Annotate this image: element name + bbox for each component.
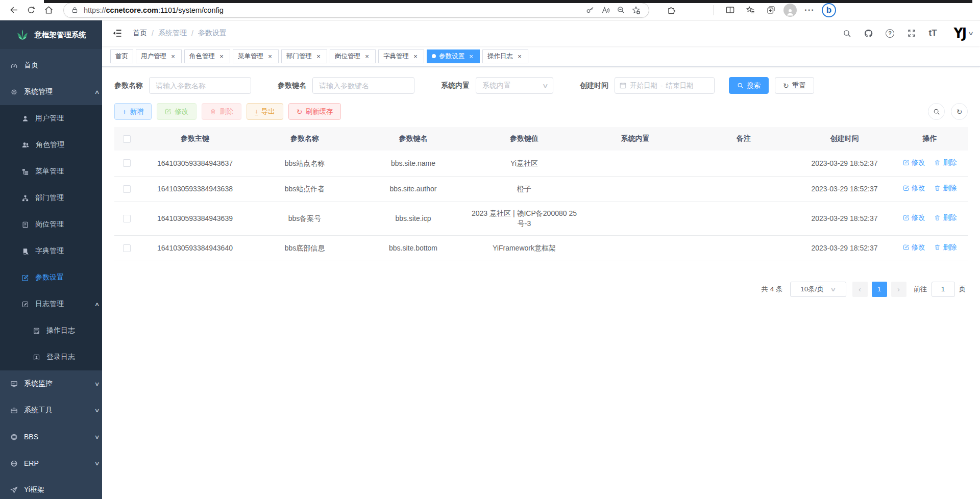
prev-page-button[interactable]: ‹ xyxy=(852,282,868,297)
add-button[interactable]: + 新增 xyxy=(114,103,152,120)
refresh-cache-button[interactable]: ↻ 刷新缓存 xyxy=(288,103,341,120)
url-text: https://ccnetcore.com:1101/system/config xyxy=(84,6,582,14)
filter-name-input[interactable] xyxy=(149,77,251,94)
browser-profile-avatar[interactable] xyxy=(782,3,798,18)
browser-refresh-button[interactable] xyxy=(22,2,40,19)
filter-key-input[interactable] xyxy=(312,77,414,94)
sidebar-item-system-monitor[interactable]: 系统监控 ∨ xyxy=(0,370,102,397)
row-checkbox[interactable] xyxy=(123,215,131,222)
sidebar-fold-icon[interactable] xyxy=(109,25,126,41)
split-screen-icon[interactable] xyxy=(721,2,739,19)
edit-button[interactable]: 修改 xyxy=(157,103,197,120)
row-delete-link[interactable]: 删除 xyxy=(934,242,957,253)
row-edit-link[interactable]: 修改 xyxy=(903,183,925,193)
sidebar-item-yi-framework[interactable]: Yi框架 xyxy=(0,477,102,499)
browser-back-button[interactable] xyxy=(5,2,22,19)
tab-close-icon[interactable]: × xyxy=(516,53,523,60)
chevron-down-icon: ∨ xyxy=(542,82,549,89)
sidebar-item-login-log[interactable]: 登录日志 xyxy=(0,344,102,370)
row-checkbox[interactable] xyxy=(123,185,131,193)
page-size-select[interactable]: 10条/页 ∨ xyxy=(790,282,846,297)
tab-config-settings[interactable]: 参数设置× xyxy=(427,49,480,63)
row-edit-link[interactable]: 修改 xyxy=(903,242,925,253)
page-number-1[interactable]: 1 xyxy=(872,282,887,297)
sidebar-item-erp[interactable]: ERP ∨ xyxy=(0,450,102,477)
sidebar-item-home[interactable]: 首页 xyxy=(0,52,102,79)
add-favorite-star-icon[interactable] xyxy=(628,3,644,17)
refresh-table-icon[interactable]: ↻ xyxy=(951,103,968,120)
sidebar-item-dept-management[interactable]: 部门管理 xyxy=(0,185,102,211)
breadcrumb-home[interactable]: 首页 xyxy=(133,29,147,38)
browser-home-button[interactable] xyxy=(40,2,57,19)
sidebar-item-role-management[interactable]: 角色管理 xyxy=(0,132,102,158)
filter-date-range[interactable]: 开始日期 - 结束日期 xyxy=(615,77,715,94)
row-delete-link[interactable]: 删除 xyxy=(934,158,957,168)
tab-user-management[interactable]: 用户管理× xyxy=(136,49,182,63)
read-aloud-icon[interactable] xyxy=(598,3,613,17)
tab-post-management[interactable]: 岗位管理× xyxy=(330,49,376,63)
header-search-icon[interactable] xyxy=(839,23,856,43)
delete-button[interactable]: 删除 xyxy=(202,103,241,120)
address-bar[interactable]: https://ccnetcore.com:1101/system/config xyxy=(63,3,649,18)
tab-close-icon[interactable]: × xyxy=(468,53,475,60)
tab-close-icon[interactable]: × xyxy=(412,53,419,60)
tab-close-icon[interactable]: × xyxy=(363,53,371,60)
col-config-id: 参数主键 xyxy=(139,127,251,151)
help-question-icon[interactable]: ? xyxy=(881,23,899,43)
refresh-icon: ↻ xyxy=(783,82,789,89)
toggle-search-icon[interactable] xyxy=(928,103,945,120)
search-button[interactable]: 搜索 xyxy=(729,77,769,94)
tab-close-icon[interactable]: × xyxy=(315,53,322,60)
row-checkbox[interactable] xyxy=(123,159,131,167)
sidebar-item-user-management[interactable]: 用户管理 xyxy=(0,105,102,132)
globe-icon xyxy=(10,433,18,441)
sidebar-menu: 首页 系统管理 ∧ 用户管理 角色管理 xyxy=(0,49,102,499)
row-edit-link[interactable]: 修改 xyxy=(903,213,925,223)
password-key-icon[interactable] xyxy=(582,3,598,17)
tab-close-icon[interactable]: × xyxy=(266,53,274,60)
browser-menu-dots-icon[interactable]: ··· xyxy=(801,2,818,19)
tab-role-management[interactable]: 角色管理× xyxy=(184,49,230,63)
export-button[interactable]: ↓ 导出 xyxy=(247,103,283,120)
row-checkbox[interactable] xyxy=(123,244,131,252)
date-start-placeholder[interactable]: 开始日期 xyxy=(630,81,657,90)
sidebar-item-post-management[interactable]: 岗位管理 xyxy=(0,211,102,238)
row-edit-link[interactable]: 修改 xyxy=(903,158,925,168)
goto-page-input[interactable] xyxy=(932,282,955,297)
favorites-icon[interactable] xyxy=(742,2,759,19)
sidebar-item-dict-management[interactable]: 字典管理 xyxy=(0,238,102,264)
trash-icon xyxy=(934,185,941,191)
fullscreen-icon[interactable] xyxy=(903,23,920,43)
collections-icon[interactable] xyxy=(762,2,779,19)
tab-dict-management[interactable]: 字典管理× xyxy=(378,49,424,63)
sidebar-item-menu-management[interactable]: 菜单管理 xyxy=(0,158,102,185)
sidebar-item-bbs[interactable]: BBS ∨ xyxy=(0,423,102,450)
reset-button[interactable]: ↻ 重置 xyxy=(775,77,814,94)
filter-builtin-select[interactable]: 系统内置 ∨ xyxy=(476,77,553,94)
tab-home[interactable]: 首页 xyxy=(110,49,133,63)
sidebar-item-system-tools[interactable]: 系统工具 ∨ xyxy=(0,397,102,423)
github-icon[interactable] xyxy=(860,23,877,43)
chevron-down-icon: ∨ xyxy=(94,407,100,414)
tab-dept-management[interactable]: 部门管理× xyxy=(281,49,327,63)
next-page-button[interactable]: › xyxy=(891,282,906,297)
date-end-placeholder[interactable]: 结束日期 xyxy=(666,81,694,90)
tab-operation-log[interactable]: 操作日志× xyxy=(482,49,528,63)
sidebar-item-system-management[interactable]: 系统管理 ∧ xyxy=(0,79,102,105)
user-avatar-menu[interactable]: YJ ∨ xyxy=(954,26,973,41)
app-title: 意框架管理系统 xyxy=(34,30,86,40)
tab-close-icon[interactable]: × xyxy=(169,53,177,60)
select-all-checkbox[interactable] xyxy=(123,135,131,143)
text-size-icon[interactable]: tT xyxy=(924,23,942,43)
row-delete-link[interactable]: 删除 xyxy=(934,213,957,223)
row-delete-link[interactable]: 删除 xyxy=(934,183,957,193)
sidebar-item-operation-log[interactable]: 操作日志 xyxy=(0,317,102,344)
extensions-puzzle-icon[interactable] xyxy=(663,2,680,19)
bing-chat-icon[interactable]: b xyxy=(821,3,837,18)
tab-menu-management[interactable]: 菜单管理× xyxy=(233,49,279,63)
sidebar-item-log-management[interactable]: 日志管理 ∧ xyxy=(0,291,102,317)
site-lock-icon[interactable] xyxy=(71,6,79,14)
tab-close-icon[interactable]: × xyxy=(218,53,225,60)
sidebar-item-config-settings[interactable]: 参数设置 xyxy=(0,264,102,291)
zoom-out-icon[interactable] xyxy=(613,3,628,17)
